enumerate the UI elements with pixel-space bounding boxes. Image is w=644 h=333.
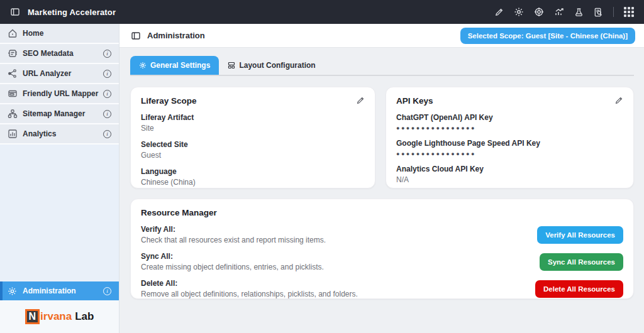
field-value: Guest: [141, 151, 365, 160]
resource-row-delete: Delete All: Remove all object definition…: [141, 279, 623, 298]
api-keys-card: API Keys ChatGPT (OpenAI) API Key ●●●●●●…: [386, 87, 634, 188]
panel-toggle-icon[interactable]: [131, 31, 141, 41]
sidebar-item-label: Sitemap Manager: [23, 109, 85, 118]
sidebar-toggle-icon[interactable]: [10, 7, 20, 17]
resource-row-description: Create missing object definitions, entri…: [141, 263, 324, 271]
share-nodes-icon: [8, 68, 23, 79]
masked-api-key-value: ●●●●●●●●●●●●●●●●: [396, 151, 623, 157]
logo-text-lab: Lab: [75, 310, 94, 323]
resource-row-description: Check that all resources exist and repor…: [141, 236, 326, 244]
tab-bar: General Settings Layout Configuration: [130, 56, 634, 76]
content-area: General Settings Layout Configuration Li…: [119, 48, 644, 333]
verify-all-resources-button[interactable]: Verify All Resources: [537, 226, 623, 244]
field-liferay-artifact: Liferay Artifact Site: [141, 113, 365, 133]
bar-chart-icon: [8, 129, 23, 139]
document-search-icon[interactable]: [594, 8, 603, 17]
sidebar-item-label: Friendly URL Mapper: [23, 89, 98, 98]
edit-api-keys-button[interactable]: [614, 96, 623, 105]
field-analytics-cloud-api-key: Analytics Cloud API Key N/A: [396, 165, 623, 184]
field-label: Google Lighthouse Page Speed API Key: [396, 139, 623, 148]
page-header: Administration Selected Scope: Guest [Si…: [119, 24, 644, 48]
card-title: Liferay Scope: [141, 96, 197, 106]
brand-logo: NirvanaLab: [0, 300, 119, 333]
sidebar-item-home[interactable]: Home: [0, 24, 119, 44]
resource-manager-card: Resource Manager Verify All: Check that …: [130, 199, 634, 299]
logo-n-mark: N: [25, 309, 40, 324]
selected-scope-button[interactable]: Selected Scope: Guest [Site - Chinese (C…: [460, 28, 635, 44]
field-language: Language Chinese (China): [141, 167, 365, 187]
seo-chip-icon: [8, 48, 23, 58]
topbar: Marketing Accelerator: [0, 0, 644, 24]
sidebar-item-administration[interactable]: Administration i: [0, 281, 119, 300]
card-title: Resource Manager: [141, 208, 217, 217]
sidebar-item-seo-metadata[interactable]: SEO Metadata i: [0, 44, 119, 64]
edit-liferay-scope-button[interactable]: [356, 96, 365, 105]
sidebar-item-analytics[interactable]: Analytics i: [0, 124, 119, 145]
field-label: Language: [141, 167, 365, 176]
gear-icon: [8, 287, 23, 296]
field-label: ChatGPT (OpenAI) API Key: [396, 113, 623, 122]
logo-text-irvana: irvana: [40, 310, 72, 323]
sidebar-item-friendly-url-mapper[interactable]: Friendly URL Mapper i: [0, 84, 119, 104]
sidebar-item-label: Analytics: [23, 129, 56, 138]
liferay-scope-card: Liferay Scope Liferay Artifact Site Sele…: [130, 87, 375, 188]
sidebar-item-label: URL Analyzer: [23, 69, 71, 78]
app-title: Marketing Accelerator: [28, 8, 116, 17]
sidebar-item-url-analyzer[interactable]: URL Analyzer i: [0, 64, 119, 84]
field-label: Selected Site: [141, 140, 365, 149]
app-grid-icon[interactable]: [624, 7, 634, 17]
resource-row-label: Verify All:: [141, 225, 326, 234]
tab-layout-configuration[interactable]: Layout Configuration: [219, 56, 324, 75]
field-lighthouse-api-key: Google Lighthouse Page Speed API Key ●●●…: [396, 139, 623, 157]
analytics-growth-icon[interactable]: [554, 7, 564, 17]
field-label: Analytics Cloud API Key: [396, 165, 623, 173]
field-value: N/A: [396, 175, 623, 184]
resource-row-verify: Verify All: Check that all resources exi…: [141, 225, 623, 244]
pencil-icon[interactable]: [494, 8, 504, 17]
flask-icon[interactable]: [574, 8, 584, 17]
info-icon[interactable]: i: [103, 70, 111, 78]
info-icon[interactable]: i: [103, 287, 111, 295]
sync-all-resources-button[interactable]: Sync All Resources: [540, 253, 623, 271]
home-icon: [8, 28, 23, 38]
info-icon[interactable]: i: [103, 50, 111, 58]
tab-general-settings[interactable]: General Settings: [130, 56, 219, 75]
info-icon[interactable]: i: [103, 90, 111, 98]
browser-window-icon: [8, 89, 23, 99]
page-title: Administration: [147, 31, 205, 40]
card-title: API Keys: [396, 96, 433, 106]
field-label: Liferay Artifact: [141, 113, 365, 122]
sidebar: Home SEO Metadata i URL Analyzer i: [0, 24, 119, 333]
topbar-divider: [613, 7, 614, 17]
sidebar-item-sitemap-manager[interactable]: Sitemap Manager i: [0, 104, 119, 124]
gear-icon[interactable]: [514, 7, 524, 17]
sidebar-item-label: Home: [23, 29, 43, 38]
masked-api-key-value: ●●●●●●●●●●●●●●●●: [396, 125, 623, 131]
field-selected-site: Selected Site Guest: [141, 140, 365, 160]
info-icon[interactable]: i: [103, 110, 111, 118]
tab-label: Layout Configuration: [239, 61, 315, 70]
resource-row-sync: Sync All: Create missing object definiti…: [141, 252, 623, 271]
resource-row-label: Delete All:: [141, 279, 358, 288]
sitemap-icon: [8, 109, 23, 119]
field-value: Chinese (China): [141, 178, 365, 187]
field-value: Site: [141, 124, 365, 133]
sidebar-item-label: Administration: [23, 287, 76, 295]
info-icon[interactable]: i: [103, 130, 111, 138]
sidebar-item-label: SEO Metadata: [23, 49, 74, 58]
field-chatgpt-api-key: ChatGPT (OpenAI) API Key ●●●●●●●●●●●●●●●…: [396, 113, 623, 131]
resource-row-description: Remove all object definitions, relations…: [141, 290, 358, 298]
globe-target-icon[interactable]: [534, 7, 544, 17]
resource-row-label: Sync All:: [141, 252, 324, 261]
tab-label: General Settings: [150, 61, 210, 70]
gear-icon: [139, 62, 147, 69]
delete-all-resources-button[interactable]: Delete All Resources: [535, 280, 623, 298]
layout-icon: [228, 62, 235, 69]
